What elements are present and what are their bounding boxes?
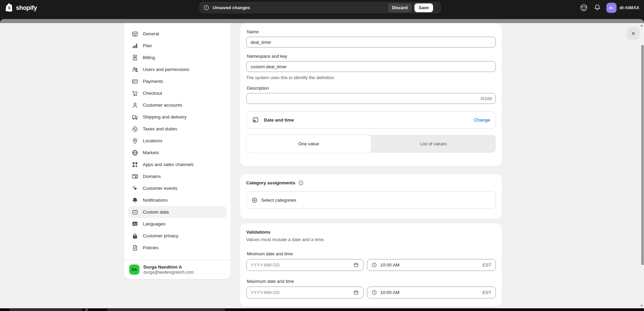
sidebar-item-label: Notifications [143,198,168,203]
sidebar-item-plan[interactable]: Plan [128,40,227,52]
scrollbar-thumb[interactable] [641,45,644,265]
sidebar-item-customer-accounts[interactable]: Customer accounts [128,99,227,111]
sidebar-item-label: General [143,31,159,36]
lock-icon [132,233,138,239]
description-char-counter: 0/100 [481,96,492,101]
segment-list-of-values[interactable]: List of values [371,135,496,153]
field-type-row: Date and time Change [246,111,496,129]
markets-globe-icon [132,149,138,156]
sidebar-item-languages[interactable]: A文Languages [128,218,227,230]
category-assignments-title: Category assignments [246,180,295,185]
select-categories-label: Select categories [261,198,296,203]
sidebar-item-label: Payments [143,79,163,84]
sidebar-item-markets[interactable]: Markets [128,147,227,159]
sidebar-item-checkout[interactable]: Checkout [128,87,227,99]
sidebar-item-locations[interactable]: Locations [128,135,227,147]
min-date-input[interactable]: YYYY-MM-DD [246,259,364,271]
sidebar-item-shipping-and-delivery[interactable]: Shipping and delivery [128,111,227,123]
sidebar-item-policies[interactable]: Policies [128,242,227,254]
topbar: S shopify Unsaved changes Discard Save [0,0,644,19]
min-time-input[interactable]: 10:00 AM EST [367,259,496,271]
namespace-input[interactable] [246,61,496,72]
sidebar-item-general[interactable]: General [128,28,227,40]
taskbar-segment [9,309,82,311]
sidebar-item-custom-data[interactable]: Custom data [128,206,227,218]
payments-card-icon [132,78,138,85]
users-icon [132,66,138,73]
category-assignments-card: Category assignments Select categories [240,174,502,219]
taxes-icon [132,126,138,132]
sidebar-item-label: Billing [143,55,155,60]
name-input[interactable] [246,37,496,48]
shopify-wordmark: shopify [16,4,37,12]
sidebar-item-payments[interactable]: Payments [128,75,227,87]
scrollbar-up-arrow[interactable] [640,24,643,26]
shopify-settings-screen: S shopify Unsaved changes Discard Save [0,0,644,311]
store-name: dt-AIMAX [620,5,640,10]
change-type-link[interactable]: Change [474,117,490,123]
select-categories-button[interactable]: Select categories [246,191,496,209]
sidebar-item-label: Customer privacy [143,233,178,238]
discard-button[interactable]: Discard [388,3,412,12]
location-pin-icon [132,138,138,144]
languages-icon: A文 [132,221,138,227]
max-date-placeholder: YYYY-MM-DD [251,290,280,295]
taskbar-dot [85,309,88,311]
definition-card: Name Namespace and key The system uses t… [240,23,502,166]
sidebar-item-billing[interactable]: Billing [128,52,227,63]
sidebar-user-card[interactable]: DA Durga Nandhini A durga@wedesigntech.c… [124,260,231,279]
store-menu[interactable]: dt- dt-AIMAX [606,3,640,13]
segment-one-value[interactable]: One value [246,135,371,153]
max-date-input[interactable]: YYYY-MM-DD [246,287,364,298]
sidebar-item-taxes-and-duties[interactable]: Taxes and duties [128,123,227,135]
min-timezone: EST [483,262,491,268]
calendar-icon [353,262,359,268]
sidebar-item-label: Taxes and duties [143,126,177,131]
taskbar-segment [107,309,225,311]
sidekick-assistant-icon[interactable] [579,3,589,13]
store-icon [132,31,138,37]
description-input[interactable] [246,93,496,104]
notifications-bell-icon[interactable] [593,3,602,13]
scrollbar-down-arrow[interactable] [640,305,643,307]
sidebar-item-label: Customer accounts [143,103,182,108]
sidebar-item-users-and-permissions[interactable]: Users and permissions [128,63,227,75]
shopify-logo[interactable]: S shopify [5,3,37,13]
sidebar-item-label: Markets [143,150,159,155]
plan-chart-icon [132,42,138,49]
settings-sidebar: GeneralPlanBillingUsers and permissionsP… [124,23,231,279]
close-settings-button[interactable]: ✕ [627,27,640,40]
sidebar-item-label: Languages [143,221,165,226]
sidebar-item-apps-and-sales-channels[interactable]: Apps and sales channels [128,159,227,170]
topbar-right: dt- dt-AIMAX [579,2,640,13]
validations-title: Validations [246,230,496,235]
billing-receipt-icon [132,54,138,61]
apps-icon [132,161,138,168]
user-name: Durga Nandhini A [143,264,194,270]
domains-icon [132,173,138,180]
customer-accounts-icon [132,102,138,109]
sidebar-item-customer-events[interactable]: Customer events [128,182,227,194]
svg-text:S: S [8,6,11,10]
min-date-placeholder: YYYY-MM-DD [251,262,280,268]
shipping-truck-icon [132,114,138,121]
svg-text:文: 文 [135,222,138,225]
policies-icon [132,244,138,251]
sidebar-item-label: Customer events [143,186,177,191]
os-taskbar-sliver [0,308,644,311]
min-datetime-label: Minimum date and time [247,251,496,256]
store-avatar: dt- [606,3,617,13]
save-button[interactable]: Save [414,3,433,12]
max-timezone: EST [483,290,491,295]
customer-events-icon [132,185,138,192]
max-time-input[interactable]: 10:00 AM EST [367,287,496,298]
sidebar-item-label: Plan [143,43,152,48]
sidebar-item-customer-privacy[interactable]: Customer privacy [128,230,227,242]
name-label: Name [247,29,496,34]
validations-card: Validations Values must include a date a… [240,223,502,307]
sidebar-item-domains[interactable]: Domains [128,170,227,182]
sidebar-item-notifications[interactable]: Notifications [128,194,227,206]
user-avatar: DA [129,264,139,275]
sidebar-item-label: Policies [143,245,159,250]
info-icon[interactable] [298,180,304,186]
